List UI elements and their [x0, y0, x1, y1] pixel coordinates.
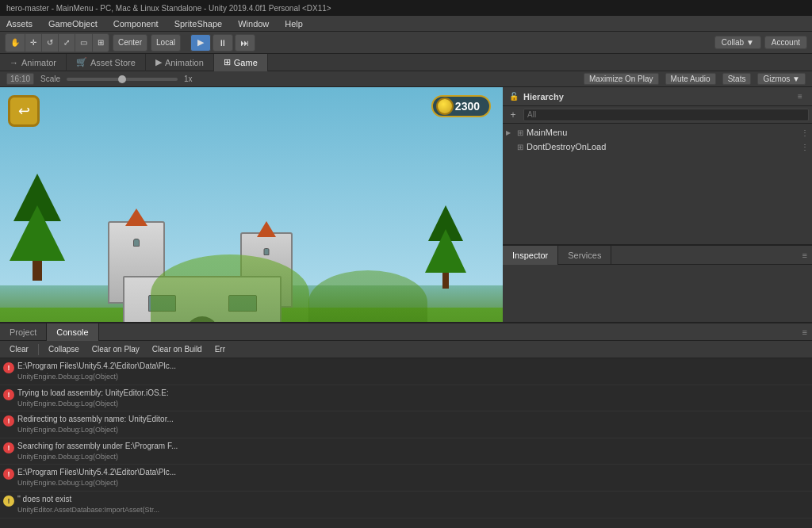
tab-asset-store[interactable]: 🛒 Asset Store: [67, 54, 146, 71]
log-text-3: Searching for assembly under E:\Program …: [17, 441, 178, 462]
menu-bar: Assets GameObject Component SpriteShape …: [0, 16, 812, 32]
hierarchy-content: ▶ ⊞ MainMenu ⋮ ▶ ⊞ DontDestroyOnLoad ⋮: [503, 124, 812, 244]
coin-icon: [436, 98, 454, 115]
error-pause-btn[interactable]: Err: [210, 343, 230, 355]
tab-animation[interactable]: ▶ Animation: [146, 54, 214, 71]
move-tool[interactable]: ✛: [25, 34, 42, 52]
console-log-1[interactable]: ! Trying to load assembly: UnityEditor.i…: [0, 385, 812, 412]
inspector-tabs: Inspector Services ≡: [503, 246, 812, 265]
toolbar: ✋ ✛ ↺ ⤢ ▭ ⊞ Center Local ▶ ⏸ ⏭ Collab ▼ …: [0, 32, 812, 54]
log-text-4: E:\Program Files\Unity5.4.2\Editor\Data\…: [17, 467, 176, 488]
clear-on-play-btn[interactable]: Clear on Play: [87, 343, 144, 355]
game-icon: ⊞: [224, 57, 231, 67]
console-log-4[interactable]: ! E:\Program Files\Unity5.4.2\Editor\Dat…: [0, 465, 812, 492]
back-button[interactable]: ↩: [8, 95, 40, 127]
error-icon-3: !: [3, 442, 14, 453]
custom-tool[interactable]: ⊞: [93, 34, 109, 52]
console-log-3[interactable]: ! Searching for assembly under E:\Progra…: [0, 438, 812, 465]
warn-icon-5: !: [3, 495, 14, 507]
menu-assets[interactable]: Assets: [3, 17, 36, 30]
hierarchy-toolbar: +: [503, 106, 812, 124]
console-content: ! E:\Program Files\Unity5.4.2\Editor\Dat…: [0, 358, 812, 528]
maximize-on-play-btn[interactable]: Maximize On Play: [584, 73, 659, 85]
collapse-btn[interactable]: Collapse: [44, 343, 84, 355]
pause-button[interactable]: ⏸: [213, 34, 233, 52]
bottom-panel: Project Console ≡ Clear Collapse Clear o…: [0, 322, 812, 528]
project-tab[interactable]: Project: [0, 323, 47, 341]
error-icon-2: !: [3, 415, 14, 427]
error-icon-4: !: [3, 469, 14, 480]
clear-on-build-btn[interactable]: Clear on Build: [147, 343, 207, 355]
aspect-ratio[interactable]: 16:10: [6, 73, 34, 85]
mainmenu-icon: ⊞: [517, 128, 523, 137]
hierarchy-item-dontdestroy[interactable]: ▶ ⊞ DontDestroyOnLoad ⋮: [503, 140, 812, 154]
error-icon-1: !: [3, 389, 14, 400]
menu-spriteshape[interactable]: SpriteShape: [171, 17, 226, 30]
hierarchy-item-mainmenu[interactable]: ▶ ⊞ MainMenu ⋮: [503, 125, 812, 140]
scale-label: Scale: [40, 75, 60, 83]
inspector-tab[interactable]: Inspector: [503, 246, 558, 265]
hierarchy-controls: ≡: [795, 91, 806, 102]
console-toolbar: Clear Collapse Clear on Play Clear on Bu…: [0, 341, 812, 358]
scale-bar: 16:10 Scale 1x Maximize On Play Mute Aud…: [0, 71, 812, 87]
log-text-0: E:\Program Files\Unity5.4.2\Editor\Data\…: [17, 361, 176, 382]
title-text: hero-master - MainMenu - PC, Mac & Linux…: [6, 4, 331, 13]
title-bar: hero-master - MainMenu - PC, Mac & Linux…: [0, 0, 812, 16]
hierarchy-menu-btn[interactable]: ≡: [795, 91, 806, 102]
menu-gameobject[interactable]: GameObject: [45, 17, 101, 30]
console-log-0[interactable]: ! E:\Program Files\Unity5.4.2\Editor\Dat…: [0, 358, 812, 385]
mainmenu-options-btn[interactable]: ⋮: [801, 128, 809, 137]
hierarchy-lock-icon: 🔓: [509, 92, 519, 101]
scale-slider[interactable]: [67, 78, 178, 81]
console-menu-btn[interactable]: ≡: [798, 327, 812, 337]
sep-1: [38, 344, 39, 355]
menu-window[interactable]: Window: [235, 17, 272, 30]
collab-button[interactable]: Collab ▼: [714, 36, 761, 49]
mute-audio-btn[interactable]: Mute Audio: [665, 73, 716, 85]
dontdestroy-arrow: ▶: [506, 143, 514, 151]
animator-icon: →: [10, 58, 18, 67]
stats-btn[interactable]: Stats: [722, 73, 752, 85]
rotate-tool[interactable]: ↺: [42, 34, 59, 52]
mainmenu-label: MainMenu: [527, 128, 567, 137]
tab-animator[interactable]: → Animator: [0, 54, 67, 71]
console-tab-bar: Project Console ≡: [0, 323, 812, 341]
dontdestroy-options-btn[interactable]: ⋮: [801, 143, 809, 151]
pivot-btn[interactable]: Center: [113, 34, 147, 52]
console-log-5[interactable]: ! '' does not exist UnityEditor.AssetDat…: [0, 492, 812, 518]
scale-tool[interactable]: ⤢: [59, 34, 75, 52]
coin-amount: 2300: [455, 100, 480, 113]
mainmenu-arrow: ▶: [506, 129, 514, 136]
hierarchy-title: Hierarchy: [523, 92, 564, 101]
space-btn[interactable]: Local: [151, 34, 181, 52]
hierarchy-search[interactable]: [523, 109, 809, 121]
console-tab-btn[interactable]: Console: [47, 323, 98, 341]
account-button[interactable]: Account: [764, 36, 807, 49]
scale-value: 1x: [184, 75, 193, 83]
hierarchy-header: 🔓 Hierarchy ≡: [503, 87, 812, 106]
transform-tools: ✋ ✛ ↺ ⤢ ▭ ⊞: [5, 33, 109, 52]
dontdestroy-icon: ⊞: [517, 143, 523, 151]
rect-tool[interactable]: ▭: [75, 34, 93, 52]
hierarchy-panel: 🔓 Hierarchy ≡ + ▶ ⊞ MainMenu ⋮ ▶: [503, 87, 812, 246]
tab-bar: → Animator 🛒 Asset Store ▶ Animation ⊞ G…: [0, 54, 812, 71]
menu-component[interactable]: Component: [110, 17, 162, 30]
animation-icon: ▶: [155, 57, 162, 67]
clear-btn[interactable]: Clear: [5, 343, 33, 355]
play-controls: ▶ ⏸ ⏭: [190, 34, 255, 52]
log-text-1: Trying to load assembly: UnityEditor.iOS…: [17, 388, 169, 409]
gizmos-btn[interactable]: Gizmos ▼: [757, 73, 806, 85]
dontdestroy-label: DontDestroyOnLoad: [527, 142, 606, 151]
menu-help[interactable]: Help: [282, 17, 306, 30]
inspector-menu-btn[interactable]: ≡: [798, 251, 812, 260]
play-button[interactable]: ▶: [190, 34, 211, 52]
hierarchy-add-btn[interactable]: +: [506, 108, 520, 122]
asset-store-icon: 🛒: [76, 57, 87, 67]
console-log-2[interactable]: ! Redirecting to assembly name: UnityEdi…: [0, 411, 812, 438]
step-button[interactable]: ⏭: [235, 34, 255, 52]
tab-game[interactable]: ⊞ Game: [214, 54, 268, 71]
log-text-5: '' does not exist UnityEditor.AssetDatab…: [17, 494, 159, 515]
services-tab[interactable]: Services: [558, 246, 611, 265]
coin-display: 2300: [431, 95, 491, 117]
hand-tool[interactable]: ✋: [6, 34, 25, 52]
